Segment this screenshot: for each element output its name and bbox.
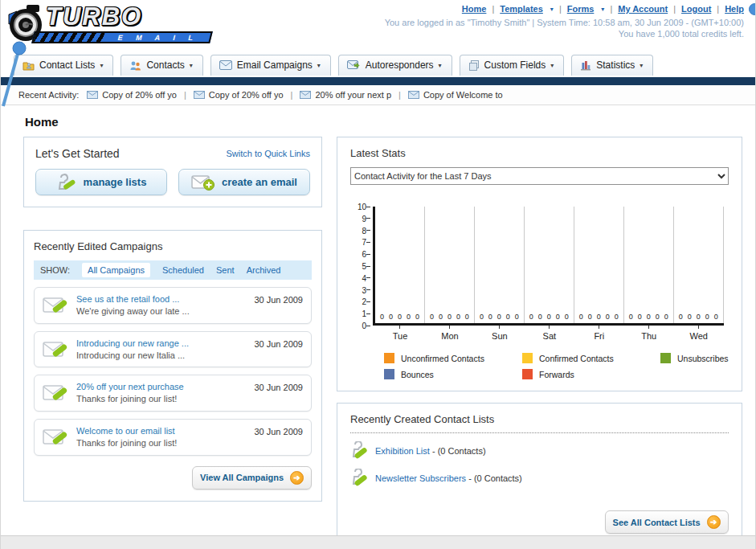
contact-list-link[interactable]: Exhibition List (375, 446, 430, 456)
header-link-templates[interactable]: Templates (500, 4, 543, 14)
stats-report-select[interactable]: Contact Activity for the Last 7 Days (350, 167, 729, 185)
campaign-subtitle: We're giving away our late ... (76, 305, 190, 318)
campaign-subtitle: Introducing our new Italia ... (76, 350, 189, 362)
bar-value: 0 (664, 313, 668, 321)
view-all-campaigns-button[interactable]: View All Campaigns ➔ (192, 466, 312, 490)
campaign-subtitle: Thanks for joining our list! (76, 393, 184, 405)
contact-list-item[interactable]: Newsletter Subscribers - (0 Contacts) (350, 462, 729, 490)
y-tick-mark (366, 207, 370, 207)
contact-list-count: - (0 Contacts) (432, 446, 486, 456)
arrow-right-icon: ➔ (707, 515, 721, 529)
recent-campaigns-panel: Recently Edited Campaigns SHOW: All Camp… (23, 230, 322, 502)
chart-day-group: 00000 (525, 207, 574, 323)
campaign-card[interactable]: Introducing our new range ...Introducing… (34, 331, 312, 368)
mail-small-icon (87, 91, 98, 99)
header-link-my-account[interactable]: My Account (618, 4, 668, 14)
header-link-logout[interactable]: Logout (681, 4, 711, 14)
bar-value: 0 (488, 313, 492, 321)
x-tick-label: Tue (375, 326, 425, 341)
item-separator: | (184, 90, 186, 100)
campaign-card[interactable]: Welcome to our email listThanks for join… (34, 419, 312, 456)
create-email-button[interactable]: create an email (178, 169, 310, 195)
chevron-down-icon: ▾ (550, 6, 554, 13)
bar-value: 0 (629, 313, 633, 321)
item-separator: | (291, 90, 293, 100)
mail-small-icon (408, 91, 419, 99)
bar-value: 0 (588, 313, 592, 321)
tab-contact-lists[interactable]: Contact Lists▾ (14, 55, 113, 76)
filter-sent[interactable]: Sent (216, 265, 235, 275)
contact-list-item[interactable]: Exhibition List - (0 Contacts) (350, 435, 729, 462)
manage-lists-button[interactable]: manage lists (35, 169, 167, 195)
legend-item: Bounces (384, 369, 522, 379)
filter-archived[interactable]: Archived (247, 265, 281, 275)
header-link-forms[interactable]: Forms (567, 4, 595, 14)
tab-label: Contact Lists (39, 59, 95, 71)
campaign-title[interactable]: 20% off your next purchase (76, 381, 184, 393)
recent-activity-item[interactable]: Copy of Welcome to (408, 90, 503, 100)
mail-small-icon (194, 91, 205, 99)
contact-activity-chart: 012345678910 000000000000000000000000000… (350, 207, 729, 326)
campaign-title[interactable]: See us at the retail food ... (76, 293, 190, 305)
chevron-down-icon: ▾ (317, 62, 321, 69)
tab-custom-fields[interactable]: Custom Fields▾ (460, 55, 565, 76)
chart-day-group: 00000 (475, 207, 525, 323)
switch-quick-links[interactable]: Switch to Quick Links (226, 149, 310, 158)
filter-scheduled[interactable]: Scheduled (162, 265, 204, 275)
bar-value: 0 (606, 313, 610, 321)
get-started-title: Let's Get Started (35, 147, 120, 160)
y-tick-mark (366, 289, 370, 290)
x-tick-mark (399, 326, 400, 329)
contact-list-items: Exhibition List - (0 Contacts)Newsletter… (350, 435, 729, 490)
bar-value: 0 (656, 313, 660, 321)
bar-value: 0 (515, 313, 519, 321)
y-tick-mark (366, 266, 370, 267)
see-all-contact-lists-button[interactable]: See All Contact Lists ➔ (605, 510, 729, 534)
legend-swatch (660, 353, 671, 363)
contact-list-count: - (0 Contacts) (468, 473, 522, 483)
page-title: Home (25, 115, 733, 129)
bar-value: 0 (407, 313, 411, 321)
chart-legend: Unconfirmed ContactsConfirmed ContactsUn… (384, 353, 729, 379)
campaign-card[interactable]: 20% off your next purchaseThanks for joi… (34, 375, 312, 412)
legend-swatch (384, 353, 394, 363)
tab-label: Statistics (596, 59, 635, 71)
bar-value: 0 (688, 313, 692, 321)
chart-day-group: 00000 (375, 207, 425, 323)
bar-value: 0 (456, 313, 460, 321)
logo-email-bar: E M A I L (31, 31, 213, 43)
campaign-title[interactable]: Welcome to our email list (76, 425, 177, 437)
x-tick-label: Wed (674, 326, 724, 341)
credits-line: You have 1,000 total credits left. (385, 28, 744, 39)
header-link-help[interactable]: Help (725, 4, 744, 14)
bar-value: 0 (556, 313, 560, 321)
contact-list-link[interactable]: Newsletter Subscribers (375, 473, 466, 483)
create-email-label: create an email (222, 176, 297, 188)
x-tick-label: Sun (475, 326, 525, 341)
dotted-divider (350, 432, 729, 433)
tab-statistics[interactable]: Statistics▾ (571, 55, 653, 76)
link-separator: | (673, 4, 676, 14)
bar-value-labels: 00000 (624, 313, 673, 321)
recent-activity-item[interactable]: Copy of 20% off yo (194, 90, 284, 100)
envelope-icon (219, 60, 232, 70)
header-link-home[interactable]: Home (462, 4, 487, 14)
tab-autoresponders[interactable]: Autoresponders▾ (338, 55, 452, 76)
tab-contacts[interactable]: Contacts▾ (121, 55, 202, 76)
filter-all-campaigns[interactable]: All Campaigns (82, 263, 150, 277)
x-tick-mark (648, 326, 649, 329)
bar-value: 0 (538, 313, 542, 321)
tab-email-campaigns[interactable]: Email Campaigns▾ (210, 55, 331, 76)
recent-activity-item[interactable]: 20% off your next p (300, 90, 391, 100)
bar-value: 0 (447, 313, 452, 321)
bar-value: 0 (597, 313, 601, 321)
campaign-title[interactable]: Introducing our new range ... (76, 338, 189, 350)
bar-value: 0 (579, 313, 583, 321)
legend-label: Unconfirmed Contacts (401, 354, 484, 363)
bar-value: 0 (497, 313, 501, 321)
recent-activity-item[interactable]: Copy of 20% off yo (87, 90, 177, 100)
campaign-card[interactable]: See us at the retail food ...We're givin… (34, 287, 312, 324)
latest-stats-title: Latest Stats (350, 147, 729, 159)
link-separator: | (610, 4, 612, 14)
y-tick-mark (366, 277, 370, 278)
